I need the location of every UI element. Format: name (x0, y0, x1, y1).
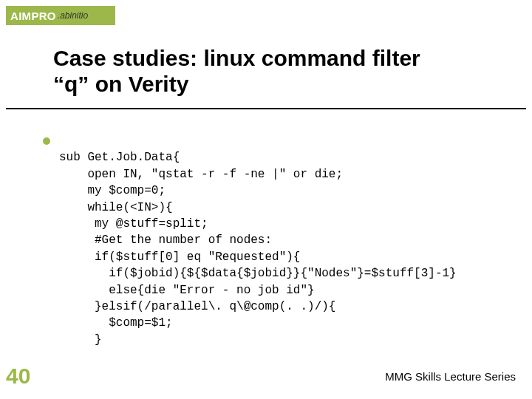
code-line: open IN, "qstat -r -f -ne |" or die; (59, 168, 343, 181)
code-line: $comp=$1; (59, 316, 173, 330)
code-line: my @stuff=split; (59, 217, 208, 231)
footer-text: MMG Skills Lecture Series (385, 370, 516, 383)
logo-sub-text: .abinitio (58, 10, 88, 21)
code-line: } (59, 333, 102, 347)
code-line: }elsif(/parallel\. q\@comp(. .)/){ (59, 300, 335, 313)
code-block: sub Get.Job.Data{ open IN, "qstat -r -f … (59, 133, 457, 348)
logo-main-text: AIMPRO (10, 10, 56, 22)
bullet-icon (43, 137, 50, 145)
code-line: if($jobid){${$data{$jobid}}{"Nodes"}=$st… (59, 267, 457, 280)
code-line: else{die "Error - no job id"} (59, 284, 315, 297)
title-line1: Case studies: linux command filter (53, 46, 420, 70)
code-line: #Get the number of nodes: (59, 233, 272, 247)
title-line2: “q” on Verity (53, 72, 188, 96)
slide-number: 40 (6, 364, 30, 389)
logo-box: AIMPRO .abinitio (6, 6, 115, 25)
code-line: if($stuff[0] eq "Requested"){ (59, 250, 300, 264)
slide-title: Case studies: linux command filter “q” o… (53, 46, 502, 97)
code-line: my $comp=0; (59, 184, 166, 197)
code-line: while(<IN>){ (59, 201, 173, 214)
code-line: sub Get.Job.Data{ (59, 151, 180, 164)
title-rule (6, 108, 526, 109)
